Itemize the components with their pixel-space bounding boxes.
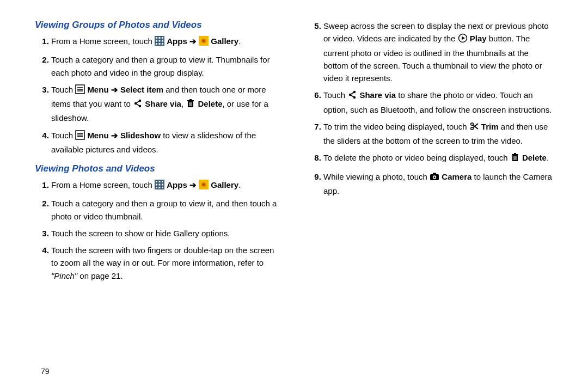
- svg-rect-57: [512, 154, 518, 155]
- list-item: Touch the screen to show or hide Gallery…: [51, 227, 281, 240]
- list-item: From a Home screen, touch Apps ➔ Gallery…: [51, 35, 281, 49]
- list-viewing-photos: From a Home screen, touch Apps ➔ Gallery…: [35, 179, 281, 282]
- svg-rect-2: [159, 37, 161, 39]
- page-number: 79: [41, 367, 50, 376]
- list-item: While viewing a photo, touch Camera to l…: [323, 170, 553, 198]
- svg-rect-33: [156, 181, 157, 182]
- pinch-reference: "Pinch": [51, 271, 77, 280]
- list-item: To delete the photo or video being displ…: [323, 151, 553, 166]
- arrow: ➔: [189, 36, 199, 46]
- svg-rect-36: [156, 184, 157, 186]
- svg-line-21: [136, 103, 140, 106]
- arrow: ➔: [111, 85, 120, 94]
- svg-rect-7: [156, 43, 157, 45]
- list-item: From a Home screen, touch Apps ➔ Gallery…: [51, 179, 281, 193]
- svg-rect-24: [189, 99, 192, 100]
- arrow: ➔: [111, 131, 120, 140]
- list-item: Touch a category and then a group to vie…: [51, 53, 281, 79]
- trim-label: Trim: [481, 122, 499, 131]
- gallery-label: Gallery: [211, 180, 238, 189]
- apps-label: Apps: [167, 180, 187, 189]
- gallery-icon: [199, 180, 209, 193]
- svg-rect-4: [156, 40, 157, 42]
- camera-label: Camera: [442, 172, 471, 181]
- apps-label: Apps: [167, 36, 187, 46]
- menu-icon: [75, 84, 85, 97]
- text: While viewing a photo, touch: [323, 172, 430, 181]
- apps-grid-icon: [155, 36, 164, 49]
- list-viewing-groups: From a Home screen, touch Apps ➔ Gallery…: [35, 35, 281, 156]
- svg-rect-58: [514, 153, 516, 154]
- text: Touch: [323, 90, 347, 100]
- text: .: [547, 153, 549, 162]
- svg-rect-35: [162, 181, 163, 182]
- menu-label: Menu: [87, 131, 108, 140]
- trash-icon: [510, 152, 520, 166]
- svg-rect-6: [162, 40, 163, 42]
- svg-rect-34: [159, 181, 161, 182]
- delete-label: Delete: [522, 153, 547, 162]
- select-item-label: Select item: [120, 85, 163, 94]
- menu-icon: [75, 130, 85, 143]
- text: .: [238, 36, 241, 46]
- text: From a Home screen, touch: [51, 180, 155, 189]
- list-item: Touch Menu ➔ Select item and then touch …: [51, 83, 281, 125]
- svg-rect-23: [187, 100, 194, 101]
- svg-rect-3: [162, 37, 163, 39]
- text: on page 21.: [77, 271, 122, 280]
- svg-rect-1: [156, 37, 157, 39]
- trash-icon: [186, 99, 195, 112]
- menu-label: Menu: [87, 85, 108, 94]
- left-column: Viewing Groups of Photos and Videos From…: [22, 20, 294, 381]
- svg-rect-38: [162, 184, 163, 186]
- slideshow-label: Slideshow: [120, 131, 161, 140]
- svg-rect-40: [159, 187, 161, 188]
- camera-icon: [430, 171, 439, 185]
- share-icon: [133, 99, 143, 112]
- apps-grid-icon: [155, 180, 164, 193]
- text: Touch: [51, 85, 75, 94]
- svg-rect-37: [159, 184, 161, 186]
- play-label: Play: [470, 34, 487, 43]
- svg-rect-63: [433, 173, 436, 174]
- text: To trim the video being displayed, touch: [323, 122, 469, 131]
- page: Viewing Groups of Photos and Videos From…: [0, 0, 588, 392]
- play-icon: [458, 33, 468, 46]
- text: From a Home screen, touch: [51, 36, 155, 46]
- list-continued: Sweep across the screen to display the n…: [307, 20, 553, 197]
- delete-label: Delete: [198, 99, 222, 108]
- share-via-label: Share via: [145, 99, 181, 108]
- right-column: Sweep across the screen to display the n…: [294, 20, 566, 381]
- svg-rect-5: [159, 40, 161, 42]
- gallery-icon: [199, 36, 209, 49]
- svg-line-20: [136, 101, 140, 103]
- svg-rect-8: [159, 43, 161, 45]
- list-item: Sweep across the screen to display the n…: [323, 20, 553, 84]
- text: Touch: [51, 131, 75, 140]
- list-item: Touch Menu ➔ Slideshow to view a slidesh…: [51, 129, 281, 156]
- text: ,: [181, 99, 186, 108]
- heading-viewing-groups: Viewing Groups of Photos and Videos: [35, 20, 281, 30]
- svg-line-51: [350, 95, 354, 97]
- heading-viewing-photos: Viewing Photos and Videos: [35, 163, 281, 174]
- gallery-label: Gallery: [211, 36, 238, 46]
- svg-line-50: [350, 92, 354, 95]
- text: To delete the photo or video being displ…: [323, 153, 510, 162]
- svg-point-65: [434, 176, 436, 177]
- svg-marker-46: [462, 36, 465, 40]
- arrow: ➔: [189, 180, 199, 189]
- list-item: Touch the screen with two fingers or dou…: [51, 244, 281, 282]
- list-item: Touch a category and then a group to vie…: [51, 197, 281, 223]
- svg-point-12: [203, 40, 205, 42]
- svg-point-44: [203, 184, 205, 186]
- svg-rect-41: [162, 187, 163, 188]
- svg-rect-39: [156, 187, 157, 188]
- share-via-label: Share via: [359, 90, 396, 100]
- list-item: To trim the video being displayed, touch…: [323, 120, 553, 148]
- svg-rect-9: [162, 43, 163, 45]
- share-icon: [347, 90, 357, 103]
- text: .: [238, 180, 241, 189]
- scissors-icon: [469, 121, 479, 134]
- list-item: Touch Share via to share the photo or vi…: [323, 89, 553, 116]
- text: Touch the screen with two fingers or dou…: [51, 246, 274, 267]
